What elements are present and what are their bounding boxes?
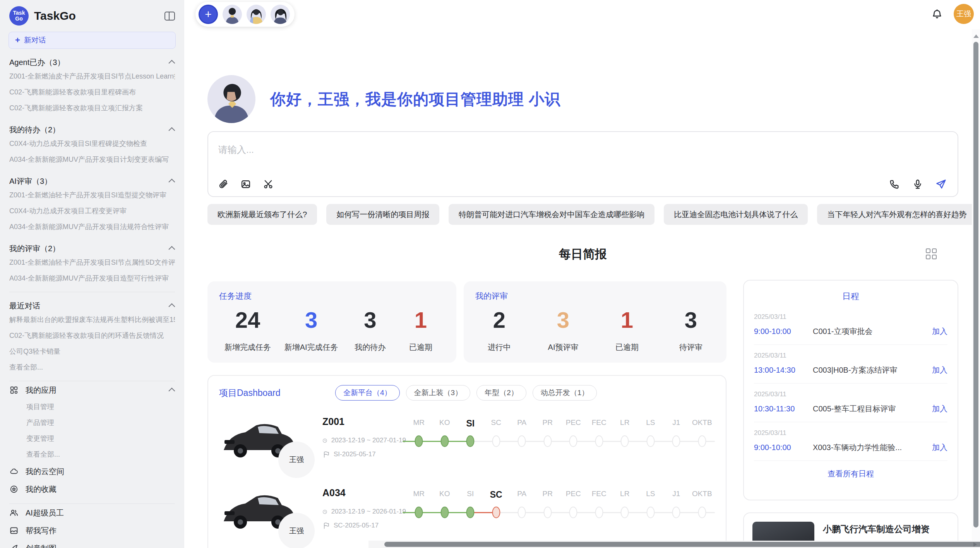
app-sub-item[interactable]: 查看全部... bbox=[9, 447, 175, 462]
app-sub-item[interactable]: 产品管理 bbox=[9, 415, 175, 431]
horizontal-scroll-thumb[interactable] bbox=[384, 542, 980, 547]
sidebar-tool-item[interactable]: 帮我写作 bbox=[9, 522, 175, 539]
layout-grid-icon[interactable] bbox=[926, 248, 937, 259]
dashboard-tab[interactable]: 全新上装（3） bbox=[406, 385, 471, 401]
milestone-node[interactable] bbox=[698, 435, 706, 447]
suggestion-chips: 欧洲新规最近颁布了什么?如何写一份清晰的项目周报特朗普可能对进口汽车增税会对中国… bbox=[207, 204, 958, 225]
sidebar-item[interactable]: C02-飞腾新能源轻客改款项目里程碑画布 bbox=[9, 84, 175, 100]
suggestion-chip[interactable]: 比亚迪全固态电池计划具体说了什么 bbox=[664, 204, 808, 225]
chevron-up-icon[interactable] bbox=[168, 303, 175, 310]
chevron-up-icon[interactable] bbox=[168, 246, 175, 253]
stat-item: 2进行中 bbox=[481, 307, 518, 353]
suggestion-chip[interactable]: 特朗普可能对进口汽车增税会对中国车企造成哪些影响 bbox=[449, 204, 654, 225]
chevron-up-icon[interactable] bbox=[168, 60, 175, 67]
sidebar-item-favorites[interactable]: 我的收藏 bbox=[9, 480, 175, 498]
microphone-icon[interactable] bbox=[912, 178, 923, 190]
milestone-node[interactable] bbox=[595, 435, 603, 447]
dashboard-tab[interactable]: 全新平台（4） bbox=[335, 385, 400, 401]
stat-label: 新增完成任务 bbox=[224, 342, 271, 353]
agent-pill-bar: + bbox=[195, 2, 295, 27]
sidebar-item-cloud-space[interactable]: 我的云空间 bbox=[9, 462, 175, 480]
milestone-node[interactable] bbox=[440, 507, 449, 518]
milestone-node[interactable] bbox=[595, 507, 603, 518]
event-join-link[interactable]: 加入 bbox=[932, 365, 947, 375]
notification-bell-icon[interactable] bbox=[931, 9, 943, 22]
dashboard-tab[interactable]: 年型（2） bbox=[476, 385, 526, 401]
event-join-link[interactable]: 加入 bbox=[932, 442, 947, 453]
new-chat-button[interactable]: + 新对话 bbox=[9, 32, 176, 49]
chevron-up-icon[interactable] bbox=[168, 179, 175, 185]
recent-conversation-item[interactable]: 查看全部... bbox=[9, 360, 175, 375]
milestone-node[interactable] bbox=[569, 435, 577, 447]
scroll-up-arrow[interactable] bbox=[973, 34, 979, 38]
attachment-icon[interactable] bbox=[218, 178, 229, 190]
milestone-node[interactable] bbox=[672, 507, 680, 518]
project-name[interactable]: Z001 bbox=[322, 416, 406, 427]
milestone-node[interactable] bbox=[518, 435, 526, 447]
agent-avatar-1[interactable] bbox=[223, 5, 242, 24]
milestone-node[interactable] bbox=[466, 507, 475, 518]
milestone-node[interactable] bbox=[415, 435, 423, 447]
milestone-labels: MRKOSISCPAPRPECFECLRLSJ1OKTB bbox=[406, 490, 715, 500]
milestone-node[interactable] bbox=[492, 435, 500, 447]
milestone-node[interactable] bbox=[698, 507, 706, 518]
dashboard-tab[interactable]: 动总开发（1） bbox=[533, 385, 597, 401]
message-composer[interactable]: 请输入... bbox=[207, 131, 958, 197]
view-all-schedule-link[interactable]: 查看所有日程 bbox=[754, 461, 947, 487]
phone-call-icon[interactable] bbox=[889, 178, 900, 190]
user-avatar[interactable]: 王强 bbox=[954, 4, 974, 24]
image-upload-icon[interactable] bbox=[240, 178, 252, 190]
vertical-scrollbar[interactable] bbox=[972, 29, 980, 548]
agent-avatar-3[interactable] bbox=[271, 5, 290, 24]
milestone-node[interactable] bbox=[621, 507, 629, 518]
dashboard-title: 项目Dashboard bbox=[219, 387, 335, 399]
sidebar-item[interactable]: Z001-全新燃油皮卡产品开发项目SI节点Lesson Learn报告 bbox=[9, 68, 175, 84]
milestone-node[interactable] bbox=[569, 507, 577, 518]
stat-value: 3 bbox=[284, 307, 338, 333]
send-icon[interactable] bbox=[935, 178, 947, 190]
milestone-node[interactable] bbox=[543, 507, 552, 518]
sidebar-item[interactable]: Z001-全新燃油轻卡产品开发项目SI造型提交物评审 bbox=[9, 187, 175, 203]
scissors-icon[interactable] bbox=[262, 178, 274, 190]
horizontal-scrollbar[interactable] bbox=[368, 541, 980, 548]
chevron-up-icon[interactable] bbox=[168, 127, 175, 134]
milestone-node[interactable] bbox=[621, 435, 629, 447]
milestone-node[interactable] bbox=[672, 435, 680, 447]
sidebar-item[interactable]: C0X4-动力总成开发项目SI里程碑提交物检查 bbox=[9, 136, 175, 152]
milestone-label: PR bbox=[535, 490, 561, 500]
agent-avatar-2[interactable] bbox=[247, 5, 266, 24]
sidebar-item[interactable]: A034-全新新能源MUV产品开发项目计划变更表编写 bbox=[9, 152, 175, 168]
suggestion-chip[interactable]: 当下年轻人对汽车外观有怎样的喜好趋势 bbox=[817, 204, 977, 225]
sidebar-item[interactable]: A034-全新新能源MUV产品开发项目造型可行性评审 bbox=[9, 271, 175, 286]
sidebar-tool-item[interactable]: AI超级员工 bbox=[9, 504, 175, 522]
sidebar-collapse-icon[interactable] bbox=[164, 12, 175, 21]
milestone-node[interactable] bbox=[518, 507, 526, 518]
sidebar-section-header: AI评审（3） bbox=[9, 175, 175, 187]
event-name: X003-车辆动力学性能验... bbox=[813, 442, 932, 453]
sidebar-item[interactable]: A034-全新新能源MUV产品开发项目法规符合性评审 bbox=[9, 219, 175, 235]
event-join-link[interactable]: 加入 bbox=[932, 326, 947, 337]
milestone-node[interactable] bbox=[440, 435, 449, 447]
sidebar-tool-item[interactable]: 创意制图 bbox=[9, 539, 175, 548]
milestone-node[interactable] bbox=[492, 507, 500, 518]
sidebar-item[interactable]: C02-飞腾新能源轻客改款项目立项汇报方案 bbox=[9, 100, 175, 116]
recent-conversation-item[interactable]: C02-飞腾新能源轻客改款项目的闭环通告反馈情况 bbox=[9, 328, 175, 344]
milestone-node[interactable] bbox=[543, 435, 552, 447]
project-name[interactable]: A034 bbox=[322, 487, 406, 498]
app-sub-item[interactable]: 变更管理 bbox=[9, 431, 175, 447]
milestone-node[interactable] bbox=[466, 435, 475, 447]
vertical-scroll-thumb[interactable] bbox=[973, 42, 978, 527]
app-sub-item[interactable]: 项目管理 bbox=[9, 399, 175, 415]
sidebar-item-my-apps[interactable]: 我的应用 bbox=[9, 381, 175, 399]
milestone-node[interactable] bbox=[646, 435, 654, 447]
suggestion-chip[interactable]: 如何写一份清晰的项目周报 bbox=[326, 204, 439, 225]
sidebar-item[interactable]: Z001-全新燃油轻卡产品开发项目SI节点属性5D文件评审 bbox=[9, 255, 175, 271]
milestone-node[interactable] bbox=[415, 507, 423, 518]
event-join-link[interactable]: 加入 bbox=[932, 404, 947, 414]
add-agent-button[interactable]: + bbox=[199, 5, 218, 24]
sidebar-item[interactable]: C0X4-动力总成开发项目工程变更评审 bbox=[9, 203, 175, 219]
suggestion-chip[interactable]: 欧洲新规最近颁布了什么? bbox=[207, 204, 317, 225]
recent-conversation-item[interactable]: 公司Q3轻卡销量 bbox=[9, 344, 175, 360]
recent-conversation-item[interactable]: 解释最新出台的欧盟报废车法规再生塑料比例被调至15%... bbox=[9, 312, 175, 328]
milestone-node[interactable] bbox=[646, 507, 654, 518]
